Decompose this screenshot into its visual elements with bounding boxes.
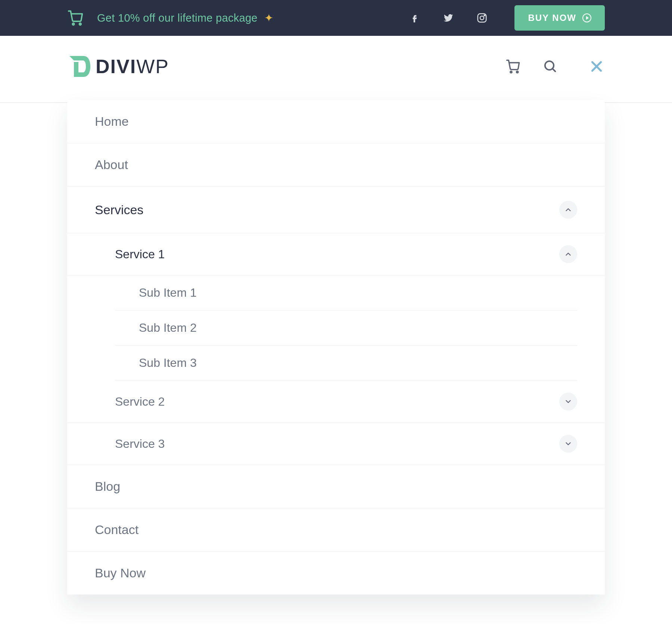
- menu-item-label: Buy Now: [95, 566, 146, 580]
- menu-item-label: Contact: [95, 522, 139, 537]
- menu-item-label: About: [95, 157, 128, 172]
- social-icons: [408, 12, 488, 24]
- menu-sub-service-1[interactable]: Service 1: [67, 233, 605, 275]
- arrow-right-icon: [582, 13, 591, 22]
- cart-icon[interactable]: [67, 10, 84, 26]
- menu-item-contact[interactable]: Contact: [67, 508, 605, 552]
- menu-item-label: Services: [95, 203, 143, 217]
- brand-secondary: WP: [136, 56, 169, 77]
- menu-item-label: Blog: [95, 479, 120, 494]
- brand-word: DIVIWP: [96, 55, 169, 78]
- svg-point-0: [72, 23, 74, 25]
- chevron-up-icon[interactable]: [559, 201, 577, 219]
- brand-primary: DIVI: [96, 56, 136, 77]
- close-icon[interactable]: [588, 58, 605, 75]
- svg-line-8: [553, 69, 556, 72]
- menu-sub-label: Service 1: [115, 247, 165, 261]
- menu-subsub-item[interactable]: Sub Item 2: [115, 311, 577, 346]
- menu-sub-service-2[interactable]: Service 2: [67, 381, 605, 423]
- promo-text[interactable]: Get 10% off our lifetime package ✦: [97, 12, 408, 24]
- menu-item-services[interactable]: Services: [67, 187, 605, 233]
- logo-mark-icon: [67, 54, 91, 78]
- buy-now-label: BUY NOW: [528, 13, 576, 23]
- promo-label: Get 10% off our lifetime package: [97, 12, 258, 24]
- menu-subsub-item[interactable]: Sub Item 1: [115, 275, 577, 311]
- page-root: Get 10% off our lifetime package ✦ BUY N…: [0, 0, 672, 595]
- brand-logo[interactable]: DIVIWP: [67, 54, 169, 78]
- menu-item-home[interactable]: Home: [67, 100, 605, 143]
- menu-subsub-label: Sub Item 2: [139, 321, 197, 335]
- menu-subsub-label: Sub Item 1: [139, 286, 197, 300]
- facebook-icon[interactable]: [408, 12, 421, 24]
- svg-point-4: [484, 15, 485, 16]
- menu-item-about[interactable]: About: [67, 143, 605, 187]
- svg-point-6: [517, 71, 518, 73]
- search-icon[interactable]: [542, 58, 559, 75]
- menu-sub-label: Service 2: [115, 395, 165, 409]
- menu-item-blog[interactable]: Blog: [67, 465, 605, 508]
- site-header: DIVIWP: [0, 36, 672, 103]
- chevron-down-icon[interactable]: [559, 393, 577, 411]
- menu-sub-service-3[interactable]: Service 3: [67, 423, 605, 465]
- promo-bar: Get 10% off our lifetime package ✦ BUY N…: [0, 0, 672, 36]
- menu-subsub-item[interactable]: Sub Item 3: [115, 346, 577, 381]
- buy-now-button[interactable]: BUY NOW: [514, 5, 605, 31]
- mobile-menu-panel: Home About Services Service 1 Sub Item 1…: [67, 100, 605, 595]
- chevron-down-icon[interactable]: [559, 435, 577, 453]
- menu-item-buy-now[interactable]: Buy Now: [67, 552, 605, 595]
- svg-point-5: [510, 71, 512, 73]
- sparkle-icon: ✦: [264, 12, 273, 24]
- header-icons: [505, 58, 605, 75]
- menu-item-label: Home: [95, 114, 129, 129]
- menu-sub-label: Service 3: [115, 437, 165, 451]
- svg-point-1: [79, 23, 81, 25]
- chevron-up-icon[interactable]: [559, 245, 577, 263]
- instagram-icon[interactable]: [476, 12, 488, 24]
- menu-subsub-label: Sub Item 3: [139, 356, 197, 370]
- cart-icon[interactable]: [505, 58, 521, 75]
- svg-point-3: [480, 16, 484, 20]
- twitter-icon[interactable]: [442, 12, 455, 24]
